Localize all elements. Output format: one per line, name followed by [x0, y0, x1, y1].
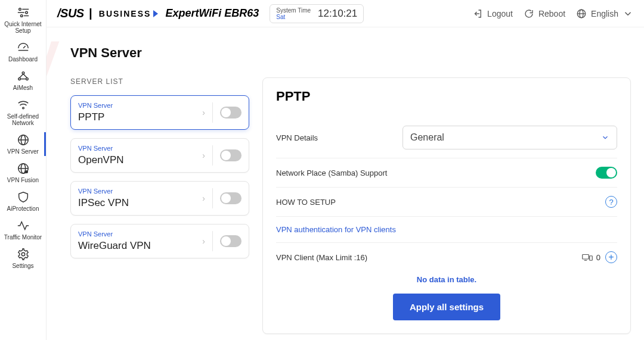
server-toggle-pptp[interactable]: [220, 107, 242, 118]
svg-point-21: [25, 171, 27, 173]
divider: [212, 145, 213, 166]
server-card-openvpn[interactable]: VPN Server OpenVPN ›: [70, 138, 249, 173]
language-label: English: [591, 9, 618, 18]
chevron-down-icon: [601, 133, 609, 142]
apply-all-button[interactable]: Apply all settings: [393, 294, 500, 320]
globe-dot-icon: [16, 162, 31, 175]
sidebar-item-aimesh[interactable]: AiMesh: [0, 66, 46, 95]
reboot-label: Reboot: [538, 9, 565, 18]
sidebar-item-label: AiProtection: [7, 205, 39, 212]
sidebar-item-aiprotection[interactable]: AiProtection: [0, 187, 46, 216]
chevron-right-icon: ›: [195, 194, 212, 203]
product-name: ExpertWiFi EBR63: [165, 7, 259, 20]
sidebar-item-vpn-server[interactable]: VPN Server: [0, 130, 46, 158]
samba-toggle[interactable]: [596, 167, 617, 179]
server-eyebrow: VPN Server: [78, 230, 195, 238]
vpn-details-value: General: [410, 132, 444, 143]
reboot-button[interactable]: Reboot: [524, 8, 565, 19]
server-name: IPSec VPN: [78, 197, 195, 209]
divider: [212, 188, 213, 208]
server-card-pptp[interactable]: VPN Server PPTP ›: [70, 95, 249, 130]
sidebar-item-label: AiMesh: [13, 85, 33, 91]
sidebar-item-settings[interactable]: Settings: [0, 244, 46, 273]
svg-marker-23: [153, 10, 158, 17]
server-eyebrow: VPN Server: [78, 188, 195, 195]
systime-clock: 12:10:21: [318, 8, 357, 20]
svg-point-4: [20, 15, 23, 17]
sidebar-item-dashboard[interactable]: Dashboard: [0, 38, 46, 66]
svg-line-11: [19, 74, 23, 77]
sliders-icon: [16, 6, 31, 19]
vpn-details-select[interactable]: General: [402, 126, 617, 149]
svg-line-12: [23, 74, 27, 77]
server-toggle-openvpn[interactable]: [220, 149, 242, 161]
server-toggle-wireguard[interactable]: [220, 235, 242, 247]
vpn-auth-link[interactable]: VPN authentication for VPN clients: [276, 225, 396, 234]
server-toggle-ipsec[interactable]: [220, 192, 242, 204]
sidebar-item-label: Quick Internet Setup: [1, 21, 45, 34]
svg-point-0: [18, 8, 21, 11]
help-icon[interactable]: ?: [605, 196, 617, 208]
gear-icon: [16, 248, 31, 261]
sidebar-item-quick-internet-setup[interactable]: Quick Internet Setup: [0, 2, 46, 38]
wifi-gear-icon: [16, 98, 31, 111]
howto-label: HOW TO SETUP: [276, 198, 336, 207]
server-name: OpenVPN: [78, 154, 195, 166]
activity-icon: [16, 219, 31, 232]
client-count-badge: 0: [582, 253, 600, 262]
server-card-ipsec[interactable]: VPN Server IPSec VPN ›: [70, 181, 249, 216]
row-auth-link: VPN authentication for VPN clients: [276, 217, 617, 243]
svg-point-10: [26, 78, 28, 80]
main-content: VPN Server SERVER LIST VPN Server PPTP ›…: [47, 27, 644, 340]
add-client-button[interactable]: +: [605, 251, 617, 263]
sidebar: Quick Internet Setup Dashboard AiMesh Se…: [0, 0, 47, 340]
sidebar-item-label: Settings: [12, 263, 33, 269]
divider: [212, 231, 213, 251]
sidebar-item-label: VPN Server: [7, 148, 39, 155]
sidebar-item-vpn-fusion[interactable]: VPN Fusion: [0, 158, 46, 187]
svg-point-9: [18, 78, 20, 80]
svg-point-22: [21, 252, 25, 256]
row-samba: Network Place (Samba) Support: [276, 158, 617, 188]
devices-icon: [582, 253, 593, 261]
vpn-details-label: VPN Details: [276, 133, 318, 142]
svg-rect-30: [590, 256, 593, 261]
logout-icon: [472, 8, 483, 19]
server-name: WireGuard VPN: [78, 240, 195, 252]
chevron-right-icon: ›: [195, 151, 212, 160]
language-dropdown[interactable]: English: [576, 8, 633, 19]
chevron-down-icon: [623, 8, 633, 19]
client-count-value: 0: [596, 253, 600, 262]
globe-lines-icon: [16, 133, 31, 146]
detail-panel: PPTP VPN Details General Network Place (…: [262, 77, 631, 334]
page-title: VPN Server: [70, 45, 631, 61]
sidebar-item-label: Traffic Monitor: [4, 234, 42, 241]
server-list-column: SERVER LIST VPN Server PPTP › VPN Server…: [70, 77, 249, 267]
svg-line-6: [23, 46, 26, 48]
sidebar-item-self-defined-network[interactable]: Self-defined Network: [0, 95, 46, 130]
svg-point-2: [25, 11, 27, 14]
brand-sub: BUSINESS: [99, 9, 151, 18]
vpn-client-label: VPN Client (Max Limit :16): [276, 253, 367, 262]
logout-button[interactable]: Logout: [472, 8, 513, 19]
sidebar-item-label: VPN Fusion: [7, 177, 39, 183]
row-vpn-details: VPN Details General: [276, 117, 617, 158]
no-data-message: No data in table.: [276, 263, 617, 286]
svg-point-8: [22, 72, 24, 74]
header: /SUS | BUSINESS ExpertWiFi EBR63 System …: [47, 0, 644, 27]
sidebar-item-traffic-monitor[interactable]: Traffic Monitor: [0, 216, 46, 244]
gauge-icon: [16, 41, 31, 54]
server-list-label: SERVER LIST: [70, 77, 249, 86]
chevron-right-icon: ›: [195, 236, 212, 246]
samba-label: Network Place (Samba) Support: [276, 169, 387, 177]
panel-title: PPTP: [276, 89, 617, 104]
brand-main: /SUS: [57, 7, 84, 20]
server-card-wireguard[interactable]: VPN Server WireGuard VPN ›: [70, 224, 249, 258]
brand-logo: /SUS | BUSINESS: [57, 7, 151, 20]
sidebar-item-label: Dashboard: [8, 56, 38, 63]
sidebar-item-label: Self-defined Network: [1, 113, 45, 126]
server-name: PPTP: [78, 111, 195, 123]
logout-label: Logout: [487, 9, 513, 18]
svg-point-14: [22, 107, 24, 109]
system-time-chip: System Time Sat 12:10:21: [270, 4, 364, 23]
